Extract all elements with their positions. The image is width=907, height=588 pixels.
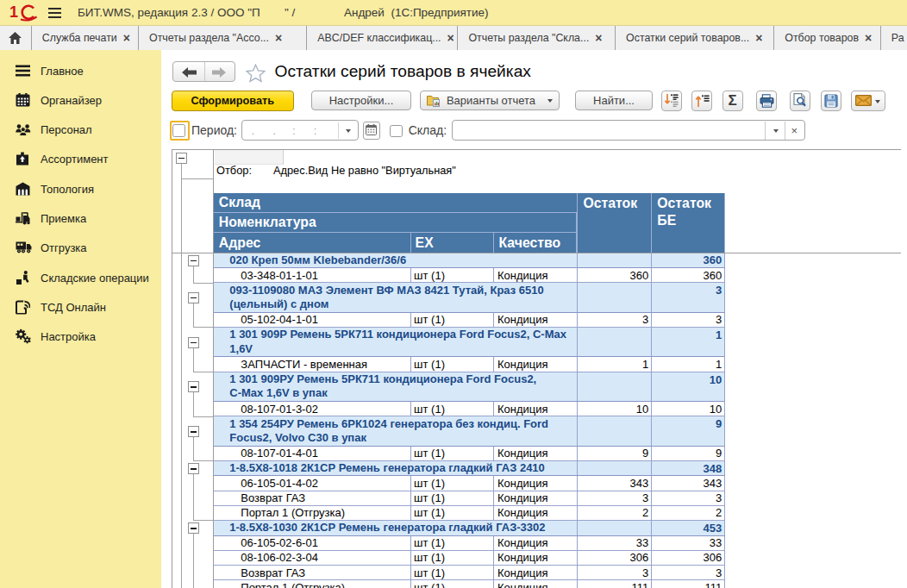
svg-text:1: 1 [9,3,18,21]
